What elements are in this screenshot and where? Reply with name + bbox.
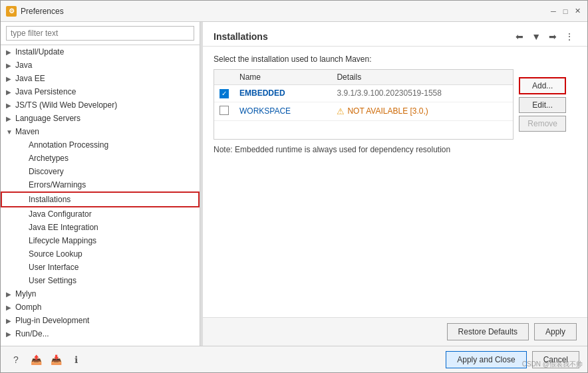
back-button[interactable]: ⬅ <box>513 30 526 43</box>
sidebar-item-label: Discovery <box>29 167 64 176</box>
panel-header: Installations ⬅ ▼ ➡ ⋮ <box>203 22 587 47</box>
row-checkbox-cell[interactable] <box>214 102 234 120</box>
sidebar-item-annotation-processing[interactable]: Annotation Processing <box>1 138 200 152</box>
add-button[interactable]: Add... <box>519 77 566 94</box>
sidebar-item-java[interactable]: ▶ Java <box>1 59 200 72</box>
col-header-details: Details <box>331 70 513 85</box>
note-text: Note: Embedded runtime is always used fo… <box>214 145 450 154</box>
sidebar-item-label: Installations <box>29 195 71 204</box>
sidebar-item-java-configurator[interactable]: Java Configurator <box>1 207 200 221</box>
filter-input[interactable] <box>6 26 194 41</box>
panel-footer: Restore Defaults Apply <box>203 317 587 346</box>
filter-box <box>1 22 200 45</box>
apply-and-close-button[interactable]: Apply and Close <box>446 351 526 368</box>
sidebar-item-label: User Interface <box>29 263 78 272</box>
toolbar-menu-button[interactable]: ▼ <box>529 30 543 43</box>
minimize-button[interactable]: ─ <box>549 7 558 16</box>
sidebar-item-label: Java EE Integration <box>29 223 98 232</box>
row-name-cell: EMBEDDED <box>234 85 331 102</box>
watermark: CSDN @假装我不帅 <box>522 360 583 369</box>
table-wrapper: Name Details ✓ EMBEDD <box>214 69 514 140</box>
sidebar-item-maven[interactable]: ▼ Maven <box>1 125 200 138</box>
sidebar-item-label: Java <box>15 61 32 70</box>
arrow-icon: ▶ <box>6 88 13 96</box>
sidebar-item-mylyn[interactable]: ▶ Mylyn <box>1 287 200 301</box>
sidebar-item-run-debug[interactable]: ▶ Run/De... <box>1 327 200 340</box>
panel-toolbar: ⬅ ▼ ➡ ⋮ <box>513 30 577 43</box>
arrow-icon: ▶ <box>6 291 13 298</box>
sidebar-item-java-ee[interactable]: ▶ Java EE <box>1 72 200 85</box>
sidebar-item-errors-warnings[interactable]: Errors/Warnings <box>1 178 200 191</box>
main-panel: Installations ⬅ ▼ ➡ ⋮ Select the install… <box>203 22 587 346</box>
sidebar: ▶ Install/Update ▶ Java ▶ Java EE ▶ Java… <box>1 22 200 346</box>
sidebar-item-label: Lifecycle Mappings <box>29 236 96 245</box>
sidebar-item-install-update[interactable]: ▶ Install/Update <box>1 45 200 59</box>
sidebar-item-plugin-dev[interactable]: ▶ Plug-in Development <box>1 314 200 327</box>
sidebar-item-label: Language Servers <box>15 114 80 123</box>
arrow-icon: ▶ <box>6 75 13 82</box>
title-bar: ⚙ Preferences ─ □ ✕ <box>1 1 587 22</box>
sidebar-item-label: Java Persistence <box>15 87 76 96</box>
arrow-icon: ▶ <box>6 115 13 122</box>
tree-area: ▶ Install/Update ▶ Java ▶ Java EE ▶ Java… <box>1 45 200 346</box>
sidebar-item-label: Run/De... <box>15 329 49 338</box>
checkbox-workspace[interactable] <box>220 106 229 115</box>
sidebar-item-label: Errors/Warnings <box>29 180 86 189</box>
content-area: ▶ Install/Update ▶ Java ▶ Java EE ▶ Java… <box>1 22 587 346</box>
export-button[interactable]: 📤 <box>29 352 43 367</box>
sidebar-item-label: Install/Update <box>15 47 64 57</box>
sidebar-item-label: Oomph <box>15 303 41 312</box>
arrow-icon: ▶ <box>6 317 13 324</box>
row-details-cell: ⚠ NOT AVAILABLE [3.0,) <box>331 102 513 120</box>
installation-name: WORKSPACE <box>239 106 291 116</box>
sidebar-item-label: Mylyn <box>15 289 36 299</box>
bottom-icons: ? 📤 📥 ℹ <box>9 352 83 367</box>
remove-button[interactable]: Remove <box>519 116 566 132</box>
sidebar-item-label: Java Configurator <box>29 209 92 219</box>
sidebar-item-user-interface[interactable]: User Interface <box>1 261 200 274</box>
sidebar-item-java-ee-integration[interactable]: Java EE Integration <box>1 221 200 234</box>
sidebar-item-js-ts[interactable]: ▶ JS/TS (Wild Web Developer) <box>1 98 200 112</box>
edit-button[interactable]: Edit... <box>519 97 566 113</box>
panel-body: Select the installation used to launch M… <box>203 47 587 317</box>
window-title: Preferences <box>21 7 64 16</box>
arrow-icon: ▶ <box>6 62 13 69</box>
title-bar-left: ⚙ Preferences <box>6 6 64 17</box>
table-section: Name Details ✓ EMBEDD <box>214 69 577 140</box>
sidebar-item-language-servers[interactable]: ▶ Language Servers <box>1 112 200 125</box>
row-checkbox-cell[interactable]: ✓ <box>214 85 234 102</box>
col-header-checkbox <box>214 70 234 85</box>
arrow-icon: ▶ <box>6 102 13 109</box>
sidebar-item-discovery[interactable]: Discovery <box>1 165 200 178</box>
apply-button[interactable]: Apply <box>534 323 577 340</box>
forward-button[interactable]: ➡ <box>546 30 559 43</box>
table-row: ✓ EMBEDDED 3.9.1/3.9.100.20230519-1558 <box>214 85 513 102</box>
maximize-button[interactable]: □ <box>561 7 570 16</box>
note-area: Note: Embedded runtime is always used fo… <box>214 140 577 157</box>
sidebar-item-oomph[interactable]: ▶ Oomph <box>1 301 200 314</box>
row-details-cell: 3.9.1/3.9.100.20230519-1558 <box>331 85 513 102</box>
sidebar-item-label: Plug-in Development <box>15 316 89 325</box>
installations-table: Name Details ✓ EMBEDD <box>214 70 513 121</box>
col-header-name: Name <box>234 70 331 85</box>
import-button[interactable]: 📥 <box>49 352 63 367</box>
restore-defaults-button[interactable]: Restore Defaults <box>447 323 529 340</box>
toolbar-more-button[interactable]: ⋮ <box>562 30 577 43</box>
side-buttons: Add... Edit... Remove <box>519 69 577 140</box>
sidebar-item-archetypes[interactable]: Archetypes <box>1 152 200 165</box>
row-name-cell: WORKSPACE <box>234 102 331 120</box>
sidebar-item-java-persistence[interactable]: ▶ Java Persistence <box>1 85 200 98</box>
close-button[interactable]: ✕ <box>573 7 582 16</box>
sidebar-item-source-lookup[interactable]: Source Lookup <box>1 247 200 261</box>
help-button[interactable]: ? <box>9 352 23 367</box>
info-button[interactable]: ℹ <box>69 352 83 367</box>
sidebar-item-label: Source Lookup <box>29 249 82 259</box>
arrow-icon: ▼ <box>6 128 13 136</box>
installation-details: 3.9.1/3.9.100.20230519-1558 <box>337 88 441 98</box>
sidebar-item-installations[interactable]: Installations <box>1 191 200 207</box>
sidebar-item-user-settings[interactable]: User Settings <box>1 274 200 287</box>
sidebar-item-label: JS/TS (Wild Web Developer) <box>15 100 117 110</box>
sidebar-item-lifecycle-mappings[interactable]: Lifecycle Mappings <box>1 234 200 247</box>
preferences-window: ⚙ Preferences ─ □ ✕ ▶ Install/Update <box>0 0 588 373</box>
checkbox-embedded[interactable]: ✓ <box>220 89 229 98</box>
